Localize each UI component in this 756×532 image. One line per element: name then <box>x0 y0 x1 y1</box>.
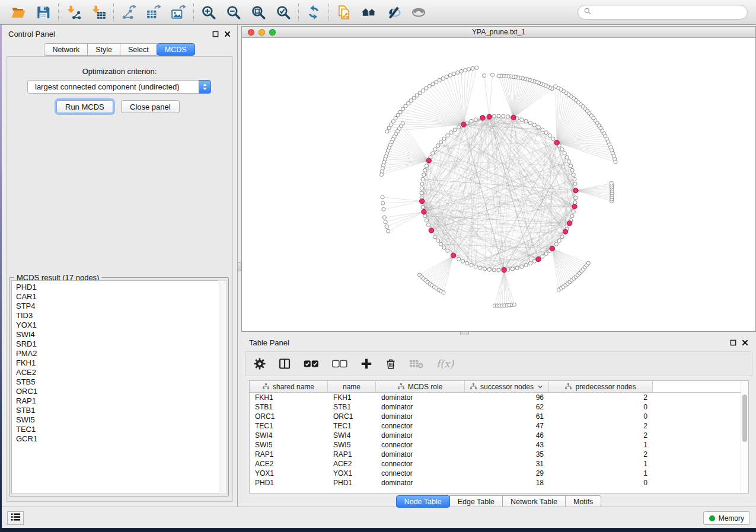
network-node[interactable] <box>460 69 463 73</box>
column-header-name[interactable]: name <box>328 381 376 393</box>
network-node[interactable] <box>474 118 477 121</box>
mcds-result-item[interactable]: GCR1 <box>16 434 226 444</box>
mcds-hub-node[interactable] <box>573 188 578 193</box>
import-network-icon[interactable] <box>65 4 82 21</box>
network-node[interactable] <box>490 73 494 76</box>
network-node[interactable] <box>446 249 449 252</box>
mcds-hub-node[interactable] <box>536 257 541 261</box>
optimization-criterion-select[interactable]: largest connected component (undirected) <box>27 80 211 94</box>
network-node[interactable] <box>470 264 473 267</box>
export-image-icon[interactable] <box>170 4 187 21</box>
table-row[interactable]: PHD1PHD1dominator180 <box>250 478 741 488</box>
network-node[interactable] <box>421 178 425 181</box>
network-node[interactable] <box>560 148 564 151</box>
mcds-result-item[interactable]: ORC1 <box>16 387 226 396</box>
mcds-hub-node[interactable] <box>554 140 559 145</box>
network-node[interactable] <box>382 216 386 219</box>
delete-row-icon[interactable] <box>385 358 396 370</box>
network-node[interactable] <box>446 134 449 137</box>
tab-mcds[interactable]: MCDS <box>157 43 195 56</box>
tab-edge-table[interactable]: Edge Table <box>449 495 503 508</box>
mcds-hub-node[interactable] <box>451 253 455 258</box>
network-node[interactable] <box>487 268 491 271</box>
network-node[interactable] <box>563 152 566 155</box>
network-node[interactable] <box>439 140 443 144</box>
network-node[interactable] <box>426 223 430 226</box>
mcds-result-item[interactable]: SWI4 <box>16 330 226 339</box>
tab-style[interactable]: Style <box>87 43 120 56</box>
search-input[interactable] <box>595 8 742 17</box>
network-node[interactable] <box>438 78 441 82</box>
network-node[interactable] <box>442 137 446 140</box>
network-node[interactable] <box>442 246 446 249</box>
import-table-icon[interactable] <box>90 4 107 21</box>
network-node[interactable] <box>463 69 467 72</box>
zoom-in-icon[interactable] <box>200 4 218 21</box>
network-node[interactable] <box>436 239 440 242</box>
network-node[interactable] <box>436 144 440 148</box>
network-node[interactable] <box>557 239 561 242</box>
network-node[interactable] <box>528 261 532 265</box>
tab-node-table[interactable]: Node Table <box>396 495 450 508</box>
memory-button[interactable]: Memory <box>703 511 750 525</box>
tab-network[interactable]: Network <box>44 43 88 56</box>
add-row-icon[interactable] <box>361 358 372 370</box>
minimize-window-button[interactable] <box>259 29 265 36</box>
network-node[interactable] <box>471 66 474 70</box>
network-node[interactable] <box>387 229 390 233</box>
select-all-icon[interactable] <box>304 358 319 370</box>
save-session-icon[interactable] <box>34 4 52 21</box>
network-node[interactable] <box>448 73 452 77</box>
network-node[interactable] <box>465 261 469 265</box>
mcds-result-item[interactable]: CAR1 <box>16 292 226 302</box>
network-node[interactable] <box>382 207 385 211</box>
network-node[interactable] <box>497 268 500 272</box>
table-row[interactable]: TEC1TEC1connector472 <box>250 421 741 431</box>
column-header-successors[interactable]: successor nodes <box>465 381 549 393</box>
tab-network-table[interactable]: Network Table <box>502 495 566 508</box>
network-node[interactable] <box>381 196 384 199</box>
network-node[interactable] <box>385 130 389 133</box>
table-row[interactable]: RAP1RAP1dominator352 <box>250 450 741 459</box>
hide-graphics-details-icon[interactable] <box>385 4 403 21</box>
vertical-splitter-handle[interactable] <box>237 262 241 271</box>
mcds-result-item[interactable]: STB5 <box>16 377 226 387</box>
mcds-hub-node[interactable] <box>567 221 572 226</box>
network-canvas[interactable] <box>242 38 755 331</box>
mcds-result-scrollbar[interactable] <box>219 280 227 494</box>
network-node[interactable] <box>570 168 574 172</box>
show-columns-icon[interactable] <box>279 358 291 370</box>
table-row[interactable]: ACE2ACE2connector311 <box>250 459 741 469</box>
mcds-hub-node[interactable] <box>480 116 485 120</box>
network-node[interactable] <box>502 114 505 118</box>
table-row[interactable]: YOX1YOX1connector291 <box>250 469 741 478</box>
network-node[interactable] <box>544 252 548 255</box>
network-node[interactable] <box>551 137 555 140</box>
network-node[interactable] <box>524 119 528 123</box>
table-scrollbar-thumb[interactable] <box>742 395 747 442</box>
table-row[interactable]: FKH1FKH1dominator962 <box>250 393 741 402</box>
network-node[interactable] <box>586 261 590 265</box>
zoom-fit-icon[interactable] <box>250 4 267 21</box>
mcds-hub-node[interactable] <box>487 114 492 119</box>
network-node[interactable] <box>554 242 558 246</box>
network-node[interactable] <box>560 235 564 239</box>
network-node[interactable] <box>524 264 528 267</box>
mcds-result-item[interactable]: YOX1 <box>16 321 226 330</box>
network-node[interactable] <box>390 123 393 126</box>
mcds-hub-node[interactable] <box>429 228 433 233</box>
tab-select[interactable]: Select <box>120 43 157 56</box>
mcds-result-item[interactable]: SWI5 <box>16 415 226 425</box>
network-node[interactable] <box>567 160 570 164</box>
first-neighbors-home-icon[interactable] <box>360 4 378 21</box>
refresh-layout-icon[interactable] <box>305 4 323 21</box>
table-scrollbar[interactable] <box>741 381 748 493</box>
network-node[interactable] <box>381 201 385 205</box>
network-node[interactable] <box>425 164 428 168</box>
mcds-hub-node[interactable] <box>511 115 516 120</box>
network-node[interactable] <box>394 116 397 120</box>
network-node[interactable] <box>573 201 577 204</box>
network-node[interactable] <box>385 225 388 228</box>
open-session-icon[interactable] <box>9 4 27 21</box>
network-node[interactable] <box>442 291 445 294</box>
